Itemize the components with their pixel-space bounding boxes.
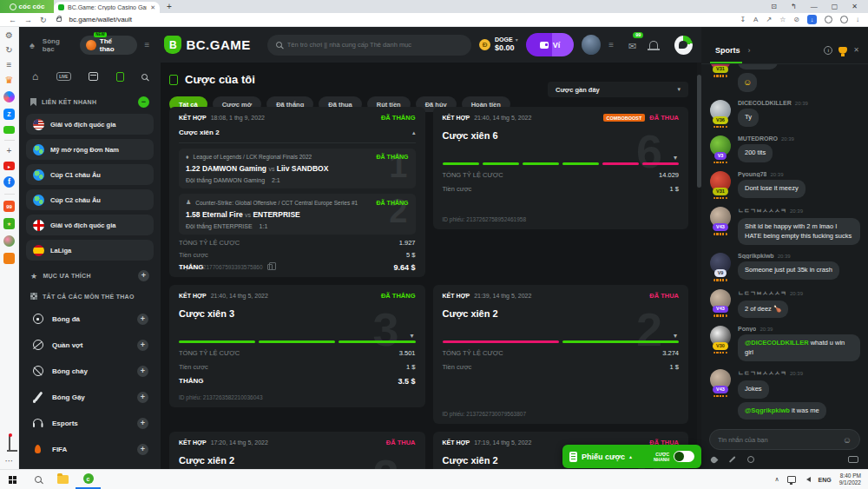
bet-card[interactable]: KẾT HỢP 21:40, 14 thg 5, 2022 ĐÃ THẮNG 3… [169, 285, 425, 407]
window-close-button[interactable]: ✕ [852, 3, 858, 10]
window-minimize-button[interactable]: — [811, 3, 818, 10]
cart-icon[interactable] [3, 253, 15, 264]
username[interactable]: ㄴㄷㄱㅂㅅㅅㅅㅋ [738, 207, 786, 215]
tip-icon[interactable] [747, 456, 754, 463]
adblock-icon[interactable]: ⊘ [793, 16, 799, 23]
file-explorer-button[interactable] [50, 470, 76, 489]
share-icon[interactable]: ↗ [766, 16, 772, 23]
username[interactable]: ㄴㄷㄱㅂㅅㅅㅅㅋ [738, 289, 786, 298]
bet-card[interactable]: KẾT HỢP 21:39, 14 thg 5, 2022 ĐÃ THUA 2 … [433, 285, 689, 424]
chat-room-tab[interactable]: Sports [710, 36, 742, 63]
rewards-icon[interactable]: ♛ [5, 76, 14, 85]
nav-menu-icon[interactable]: ≡ [145, 40, 150, 50]
rain-icon[interactable] [710, 455, 719, 464]
back-button[interactable]: ← [9, 16, 16, 24]
expand-sport-button[interactable]: + [137, 444, 148, 455]
account-menu-icon[interactable]: ≡ [608, 40, 614, 50]
mention[interactable]: @Sqgrikpkiwb [745, 406, 790, 414]
language-indicator[interactable]: ENG [819, 477, 832, 483]
chat-rules-icon[interactable]: i [824, 46, 832, 55]
quick-link-item[interactable]: Mỹ mở rộng Đơn Nam [26, 139, 154, 160]
inbox-button[interactable]: ✉ 99 [628, 37, 636, 53]
shopee-icon[interactable]: 99 [3, 201, 15, 212]
bcgame-logo[interactable]: B BC.GAME [164, 36, 250, 54]
save-page-icon[interactable]: ↧ [740, 16, 746, 23]
quick-link-item[interactable]: Cúp C1 châu Âu [26, 164, 154, 185]
bet-card-expanded[interactable]: KẾT HỢP 18:08, 1 thg 9, 2022 ĐÃ THẮNG Cư… [169, 107, 425, 277]
history-icon[interactable]: ↻ [5, 46, 12, 55]
sport-item[interactable]: Bóng rổ + [26, 462, 154, 469]
tray-expand-icon[interactable]: ∧ [774, 476, 779, 483]
expand-sport-button[interactable]: + [137, 314, 148, 325]
games-icon[interactable] [3, 126, 15, 134]
username[interactable]: Sqgrikpkiwb [738, 253, 774, 259]
bookmark-star-icon[interactable]: ☆ [779, 16, 786, 23]
settings-icon[interactable]: ⚙ [5, 31, 13, 40]
cast-icon[interactable]: ⊡ [771, 3, 777, 10]
add-shortcut-icon[interactable]: + [7, 147, 12, 155]
quick-link-item[interactable]: LaLiga [26, 240, 154, 261]
start-button[interactable] [0, 470, 25, 489]
chevron-right-icon[interactable]: › [748, 46, 751, 55]
wallet-button[interactable]: Ví [526, 33, 575, 56]
quick-link-item[interactable]: Giải vô địch quốc gia [26, 114, 154, 135]
forward-button[interactable]: → [24, 16, 32, 24]
browser-tab[interactable]: BC.Game: Crypto Casino Gan ✕ [54, 2, 160, 13]
user-avatar[interactable] [582, 35, 601, 55]
window-maximize-button[interactable]: ▢ [832, 3, 838, 10]
promo-icon[interactable]: ★ [3, 218, 15, 229]
quick-link-item[interactable]: Cúp C2 châu Âu [26, 189, 154, 210]
clock[interactable]: 8:40 PM 9/1/2022 [839, 472, 861, 487]
quick-link-item[interactable]: Giải vô địch quốc gia [26, 215, 154, 235]
profile-icon[interactable] [840, 16, 848, 23]
bet-card[interactable]: KẾT HỢP 17:20, 14 thg 5, 2022 ĐÃ THUA 2 … [169, 432, 425, 469]
close-chat-icon[interactable]: ✕ [853, 46, 859, 54]
chat-input-wrap[interactable]: ☺ [709, 429, 860, 450]
quick-bet-toggle[interactable] [674, 451, 694, 462]
bet-card[interactable]: KẾT HỢP 21:40, 14 thg 5, 2022 COMBOBOOST… [433, 107, 689, 229]
search-input[interactable] [287, 41, 463, 49]
balance-selector[interactable]: Ð DOGE▾ $0.00 [479, 36, 518, 52]
sports-tab[interactable]: Thể thao NEW [80, 36, 136, 55]
extension-icon[interactable] [825, 16, 832, 23]
username[interactable]: DICECOLDKILLER [738, 100, 792, 106]
sidebar-search-icon[interactable] [141, 74, 148, 80]
collapse-caret-icon[interactable]: ▴ [412, 129, 416, 136]
add-favorite-button[interactable]: + [138, 270, 149, 281]
expand-caret-icon[interactable]: ▾ [674, 154, 677, 162]
live-icon[interactable]: LIVE [56, 72, 71, 81]
parlay-title-row[interactable]: Cược xiên 2 ▴ [179, 129, 416, 143]
chat-input[interactable] [718, 436, 838, 444]
emoji-icon[interactable]: ☺ [843, 435, 852, 445]
tab-close-icon[interactable]: ✕ [150, 4, 155, 11]
sport-item[interactable]: Esports + [26, 410, 154, 436]
download-extension-icon[interactable]: ↓ [807, 15, 817, 24]
mention[interactable]: @DICECOLDKILLER [745, 339, 809, 347]
network-icon[interactable] [787, 476, 796, 483]
expand-caret-icon[interactable]: ▾ [674, 332, 677, 340]
game-search[interactable] [267, 35, 471, 56]
reading-list-icon[interactable]: ≡ [7, 61, 12, 69]
messenger-icon[interactable] [3, 91, 15, 102]
gif-keyboard-icon[interactable] [848, 456, 858, 463]
sport-item[interactable]: Quần vợt + [26, 332, 154, 358]
calendar-icon[interactable] [89, 72, 98, 81]
username[interactable]: Ponyo [738, 326, 756, 332]
sort-dropdown[interactable]: Cược gần đây ▾ [548, 82, 688, 97]
translate-icon[interactable]: A [753, 16, 758, 23]
sport-item[interactable]: FIFA + [26, 436, 154, 462]
deals-icon[interactable] [3, 235, 15, 247]
chat-toggle-button[interactable] [674, 36, 693, 55]
bet-slip-button[interactable]: Phiếu cược ▴ CƯỢCNHANH [562, 445, 701, 468]
downloads-icon[interactable]: ↓ [856, 16, 859, 23]
rules-icon[interactable] [729, 456, 735, 462]
bell-icon[interactable] [649, 41, 658, 49]
new-tab-button[interactable]: + [167, 2, 172, 11]
volume-icon[interactable] [804, 477, 811, 482]
sport-item[interactable]: Bóng Gậy + [26, 384, 154, 410]
zalo-icon[interactable]: Z [3, 109, 15, 120]
sport-item[interactable]: Bóng chày + [26, 358, 154, 384]
my-bets-icon[interactable] [116, 72, 124, 82]
home-icon[interactable]: ⌂ [32, 71, 38, 82]
url-text[interactable]: bc.game/wallet/vault [69, 16, 132, 23]
